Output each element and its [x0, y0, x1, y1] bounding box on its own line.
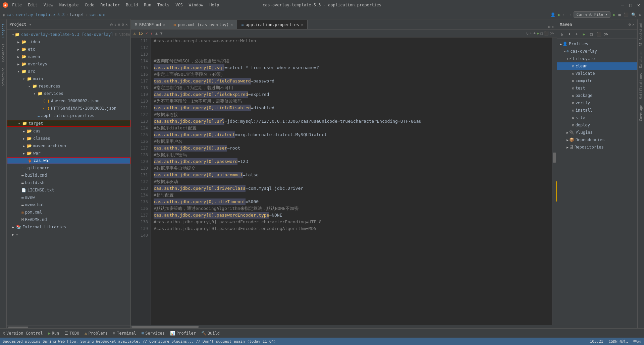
maven-lifecycle-section[interactable]: ▾ ⚡ Lifecycle — [557, 55, 637, 62]
maven-refresh-btn[interactable]: ↻ — [558, 31, 565, 38]
tree-cas-war[interactable]: ▶ 🏺 cas.war — [7, 157, 130, 164]
maven-cas-overlay[interactable]: ▾ ⊙ cas-overlay — [557, 48, 637, 55]
maven-profiles-section[interactable]: ▶ 👤 Profiles — [557, 40, 637, 48]
tree-build-sh[interactable]: ▶ ▬ build.sh — [7, 179, 130, 186]
maven-repositories-section[interactable]: ▶ 🗄 Repositories — [557, 143, 637, 151]
tree-classes[interactable]: ▶ 📂 classes — [7, 135, 130, 142]
tree-maven-archiver[interactable]: ▶ 📂 maven-archiver — [7, 142, 130, 150]
editor-import-icon[interactable]: ⬇ — [530, 31, 532, 36]
menu-help[interactable]: Help — [207, 2, 222, 8]
maven-more-btn[interactable]: ≫ — [603, 31, 609, 38]
maven-dependencies-section[interactable]: ▶ 📦 Dependencies — [557, 136, 637, 143]
maven-lifecycle-test[interactable]: ⚙ test — [557, 84, 637, 92]
toolbar-debug[interactable]: ⬛ — [624, 12, 629, 17]
sidebar-settings-icon[interactable]: ⚙ — [122, 22, 124, 27]
editor-hscrollbar[interactable] — [131, 325, 557, 328]
maven-lifecycle-package[interactable]: ⚙ package — [557, 92, 637, 99]
toolbar-gear[interactable]: ⚙ — [639, 12, 641, 17]
tree-etc[interactable]: ▶ 📂 etc — [7, 46, 130, 53]
close-button[interactable]: ✕ — [636, 2, 641, 8]
editor-stop-icon[interactable]: □ — [540, 31, 543, 36]
bottom-problems[interactable]: ⚠ Problems — [85, 331, 108, 336]
minimize-button[interactable]: ─ — [620, 2, 625, 8]
tree-root[interactable]: ▾ 📁 cas-overlay-template-5.3 [cas-overla… — [7, 31, 130, 38]
editor-debug-icon[interactable]: ⬛ — [544, 31, 549, 36]
menu-tools[interactable]: Tools — [155, 2, 172, 8]
status-encoding-label[interactable]: CSDN @沙… — [608, 339, 628, 344]
maven-lifecycle-verify[interactable]: ⚙ verify — [557, 99, 637, 107]
maven-close-icon[interactable]: ✕ — [632, 22, 635, 27]
editor-refresh-icon[interactable]: ↻ — [526, 31, 529, 36]
tree-apereo[interactable]: ▶ { } Apereo-10000002.json — [7, 97, 130, 105]
left-tab-project[interactable]: Project — [1, 21, 6, 40]
tree-mvnw[interactable]: ▶ ▬ mvnw — [7, 194, 130, 201]
tree-src[interactable]: ▾ 📁 src — [7, 68, 130, 75]
tree-target[interactable]: ▾ 📁 target — [7, 120, 130, 127]
menu-vcs[interactable]: VCS — [173, 2, 185, 8]
sidebar-dropdown-icon[interactable]: ▾ — [29, 22, 32, 27]
tree-build-cmd[interactable]: ▶ ▬ build.cmd — [7, 172, 130, 179]
menu-refactor[interactable]: Refactor — [98, 2, 122, 8]
menu-file[interactable]: File — [9, 2, 24, 8]
maven-stop-btn[interactable]: □ — [588, 31, 595, 38]
maven-lifecycle-deploy[interactable]: ⚙ deploy — [557, 121, 637, 129]
editor-more-icon[interactable]: ≫ — [550, 31, 554, 36]
sidebar-scrollbar[interactable] — [7, 326, 130, 328]
menu-code[interactable]: Code — [82, 2, 97, 8]
maven-add-btn[interactable]: + — [573, 31, 580, 38]
tree-app-props[interactable]: ▶ ≡ application.properties — [7, 112, 130, 119]
bottom-run[interactable]: ▶ Run — [48, 331, 59, 336]
tree-mvnw-bat[interactable]: ▶ ▬ mvnw.bat — [7, 201, 130, 209]
bottom-todo[interactable]: ☰ TODO — [64, 331, 79, 336]
tree-idea[interactable]: ▶ 📂 .idea — [7, 38, 130, 46]
menu-window[interactable]: Window — [186, 2, 206, 8]
maven-plugins-section[interactable]: ▶ 🔌 Plugins — [557, 129, 637, 136]
tab-app-props[interactable]: ≡ application.properties ✕ — [237, 20, 307, 29]
tree-license[interactable]: ▶ 📄 LICENSE.txt — [7, 186, 130, 194]
maven-lifecycle-clean[interactable]: ⚙ clean — [557, 62, 637, 70]
tree-cas-folder[interactable]: ▶ 📂 cas — [7, 127, 130, 135]
maven-run-btn[interactable]: ▶ — [581, 31, 587, 38]
toolbar-icon-profile[interactable]: 👤 — [550, 12, 555, 17]
tree-pom[interactable]: ▶ m pom.xml — [7, 209, 130, 216]
sidebar-collapse-icon[interactable]: ≡ — [118, 22, 120, 27]
maximize-button[interactable]: □ — [628, 2, 633, 8]
left-tab-structure[interactable]: Structure — [1, 65, 6, 89]
toolbar-stop[interactable]: ■ — [619, 12, 621, 17]
maven-lifecycle-site[interactable]: ⚙ site — [557, 114, 637, 121]
tree-scratches[interactable]: ▶ ✏ — [7, 231, 130, 238]
breadcrumb-item-3[interactable]: cas.war — [89, 12, 106, 17]
menu-navigate[interactable]: Navigate — [57, 2, 82, 8]
breadcrumb-item-1[interactable]: cas-overlay-template-5.3 — [6, 12, 64, 17]
bottom-build[interactable]: 🔨 Build — [201, 331, 220, 336]
tree-resources[interactable]: ▾ 📁 resources — [7, 82, 130, 90]
readme-tab-close[interactable]: ✕ — [163, 23, 165, 26]
tab-settings-icon[interactable]: ⚙ — [548, 24, 550, 29]
pom-tab-close[interactable]: ✕ — [231, 23, 233, 26]
sidebar-locate-icon[interactable]: ◎ — [110, 22, 113, 27]
toolbar-icon-back[interactable]: ← — [563, 12, 566, 17]
bottom-profiler[interactable]: 📊 Profiler — [170, 331, 196, 336]
toolbar-search[interactable]: 🔍 — [631, 12, 636, 17]
status-position[interactable]: 105:21 — [590, 339, 603, 344]
tree-readme[interactable]: ▶ M README.md — [7, 216, 130, 223]
tab-expand-icon[interactable]: ↕ — [552, 24, 554, 29]
tree-services[interactable]: ▾ 📁 services — [7, 90, 130, 97]
maven-settings-icon[interactable]: ⚙ — [629, 22, 631, 27]
bottom-version-control[interactable]: ⑆ Version Control — [3, 331, 43, 336]
bottom-services[interactable]: ⊞ Services — [142, 331, 165, 336]
maven-lifecycle-compile[interactable]: ⚙ compile — [557, 77, 637, 84]
tree-https[interactable]: ▶ { } HTTPSandIMAPS-10000001.json — [7, 105, 130, 112]
toolbar-play[interactable]: ▶ — [613, 12, 615, 17]
menu-edit[interactable]: Edit — [25, 2, 40, 8]
editor-play-icon[interactable]: ▶ — [537, 31, 539, 36]
tab-pom[interactable]: m pom.xml (cas-overlay) ✕ — [169, 20, 237, 29]
maven-debug-btn[interactable]: ⬛ — [595, 31, 602, 38]
maven-download-btn[interactable]: ⬇ — [566, 31, 573, 38]
app-props-tab-close[interactable]: ✕ — [301, 23, 303, 26]
tree-overlays[interactable]: ▶ 📂 overlays — [7, 60, 130, 68]
toolbar-icon-forward[interactable]: → — [568, 12, 571, 17]
menu-run[interactable]: Run — [141, 2, 154, 8]
tree-external-libs[interactable]: ▶ 📚 External Libraries — [7, 223, 130, 231]
toolbar-icon-run[interactable]: ▶ — [558, 12, 560, 17]
